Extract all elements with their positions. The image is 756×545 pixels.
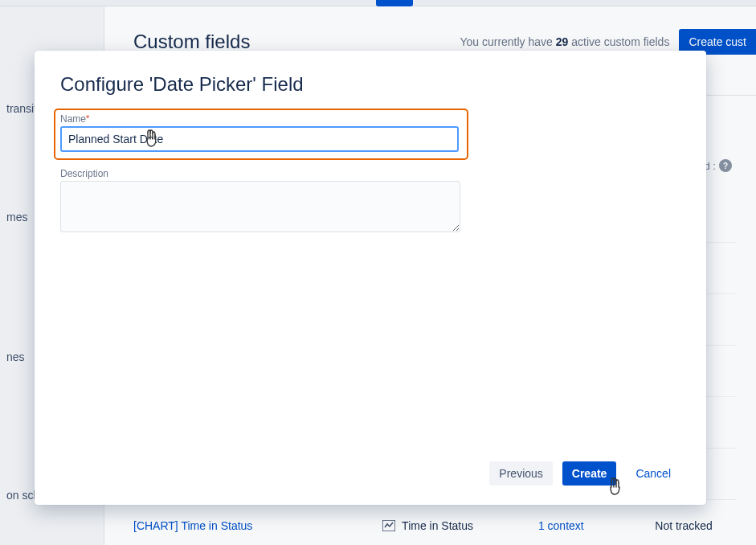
description-input[interactable] [60, 181, 460, 232]
name-label: Name* [60, 113, 462, 125]
modal-footer: Previous Create Cancel [60, 461, 680, 486]
name-field-block: Name* [54, 109, 468, 160]
description-field-block: Description [60, 168, 468, 236]
create-button[interactable]: Create [562, 461, 617, 486]
top-bar [0, 0, 756, 6]
modal-title: Configure 'Date Picker' Field [60, 73, 680, 96]
name-input[interactable] [60, 126, 459, 152]
cancel-button[interactable]: Cancel [626, 461, 680, 486]
previous-button[interactable]: Previous [489, 461, 552, 486]
description-label: Description [60, 168, 468, 179]
topbar-pill [376, 0, 413, 6]
configure-field-modal: Configure 'Date Picker' Field Name* Desc… [35, 51, 706, 505]
